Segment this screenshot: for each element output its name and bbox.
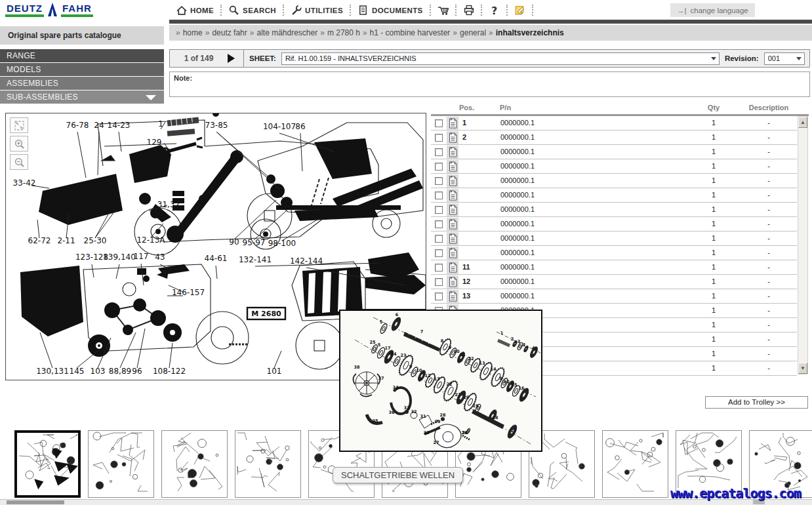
sheet-dropdown[interactable]: Rif. H1.00.159 - INHALTSVERZEICHNIS [281,52,720,65]
popup-part-number: 10 [416,368,422,373]
breadcrumb-item[interactable]: m 2780 h [327,28,360,37]
print-button[interactable] [457,5,481,16]
row-qty: 1 [694,205,733,213]
row-part-number[interactable]: 0000000.1 [500,220,535,228]
part-range-label: 62-72 [28,236,51,245]
row-part-number[interactable]: 0000000.1 [500,292,535,300]
row-part-number[interactable]: 0000000.1 [500,249,535,256]
notes-button[interactable] [508,5,532,16]
thumbnail-2[interactable] [88,430,154,498]
sheet-preview-popup[interactable]: 5678910111213149101516123242551724239101… [339,310,542,452]
row-checkbox[interactable] [435,264,443,272]
row-part-number[interactable]: 0000000.1 [500,234,535,242]
nav-label: UTILITIES [305,7,343,14]
row-document-button[interactable] [447,247,458,260]
row-document-button[interactable] [447,131,458,144]
row-part-number[interactable]: 0000000.1 [500,263,535,271]
thumbnail-3[interactable] [161,430,228,498]
thumbnail-scrollbar-thumb[interactable] [7,500,64,504]
zoom-in-button[interactable] [10,136,28,152]
thumbnail-4[interactable] [235,430,301,498]
note-field[interactable]: Note: [169,71,810,97]
row-checkbox[interactable] [435,220,443,228]
table-scrollbar[interactable]: ▲ ▼ [798,116,808,374]
row-checkbox[interactable] [435,235,443,243]
nav-item-home[interactable]: HOME [169,5,220,16]
row-pos: 13 [462,292,470,300]
popup-part-number: 4 [532,346,535,351]
row-part-number[interactable]: 0000000.1 [500,119,535,127]
row-checkbox[interactable] [435,192,443,199]
row-part-number[interactable]: 0000000.1 [500,133,535,141]
sheet-bar: 1 of 149 SHEET: Rif. H1.00.159 - INHALTS… [169,49,810,68]
row-checkbox[interactable] [435,119,443,127]
fit-view-button[interactable] [10,117,28,133]
sidebar-item-models[interactable]: MODELS [0,63,164,76]
row-part-number[interactable]: 0000000.1 [500,176,535,184]
thumbnail-9[interactable] [602,430,668,498]
row-checkbox[interactable] [435,249,443,257]
row-description: - [749,191,788,199]
row-checkbox[interactable] [435,293,443,300]
table-row: 20000000.11- [431,131,797,145]
part-range-label: 43 [155,253,165,262]
change-language-button[interactable]: →| change language [670,3,755,17]
breadcrumb-item[interactable]: h1 - combine harvester [370,28,451,37]
trolley-button[interactable] [431,5,455,16]
add-to-trolley-button[interactable]: Add to Trolley >> [705,396,808,409]
row-checkbox[interactable] [435,278,443,286]
notes-icon [514,5,525,16]
sheet-label: SHEET: [244,54,281,62]
revision-dropdown[interactable]: 001 [764,52,805,65]
nav-item-search[interactable]: SEARCH [222,5,283,16]
popup-part-number: 6 [396,312,399,317]
popup-part-number: 11 [459,352,466,357]
next-sheet-button[interactable] [228,52,239,64]
row-part-number[interactable]: 0000000.1 [500,191,535,199]
thumbnail-drawing [89,431,151,493]
row-checkbox[interactable] [435,163,443,171]
row-checkbox[interactable] [435,177,443,185]
sidebar-menu: RANGEMODELSASSEMBLIESSUB-ASSEMBLIES [0,49,164,104]
row-document-button[interactable] [447,189,458,202]
row-checkbox[interactable] [435,206,443,214]
row-document-button[interactable] [447,275,458,289]
scroll-down-button[interactable]: ▼ [798,363,807,374]
row-document-button[interactable] [447,261,458,274]
row-document-button[interactable] [447,174,458,188]
sheet-tooltip: SCHALTGETRIEBE WELLEN [333,467,463,483]
zoom-out-button[interactable] [10,154,28,170]
row-document-button[interactable] [447,232,458,245]
row-part-number[interactable]: 0000000.1 [500,162,535,170]
breadcrumb-separator: » [486,28,496,37]
sidebar-item-assemblies[interactable]: ASSEMBLIES [0,77,164,90]
breadcrumb-item[interactable]: home [183,28,203,37]
sidebar-item-sub-assemblies[interactable]: SUB-ASSEMBLIES [0,91,164,104]
help-button[interactable]: ? [482,5,506,16]
row-document-button[interactable] [447,218,458,231]
thumbnail-1[interactable] [14,430,81,498]
breadcrumb-item[interactable]: general [460,28,486,37]
row-document-button[interactable] [447,146,458,159]
nav-item-utilities[interactable]: UTILITIES [284,5,350,16]
sidebar-item-range[interactable]: RANGE [0,49,164,62]
breadcrumb-item[interactable]: alte mähdrescher [256,28,317,37]
breadcrumb-item[interactable]: deutz fahr [212,28,247,37]
row-document-button[interactable] [447,117,458,130]
row-document-button[interactable] [447,290,458,303]
diagram-tools [10,117,28,172]
row-document-button[interactable] [447,203,458,216]
breadcrumb-current: inhaltsverzeichnis [496,28,564,37]
change-language-arrow: →| [677,7,687,14]
row-part-number[interactable]: 0000000.1 [500,205,535,213]
row-document-button[interactable] [447,160,458,173]
scroll-up-button[interactable]: ▲ [798,117,807,128]
row-part-number[interactable]: 0000000.1 [500,277,535,285]
popup-part-number: 2 [523,342,526,348]
thumbnail-drawing [603,431,665,493]
row-part-number[interactable]: 0000000.1 [500,148,535,155]
nav-item-documents[interactable]: DOCUMENTS [351,5,430,16]
row-checkbox[interactable] [435,148,443,156]
row-checkbox[interactable] [435,134,443,142]
sidebar-item-label: RANGE [7,51,35,60]
